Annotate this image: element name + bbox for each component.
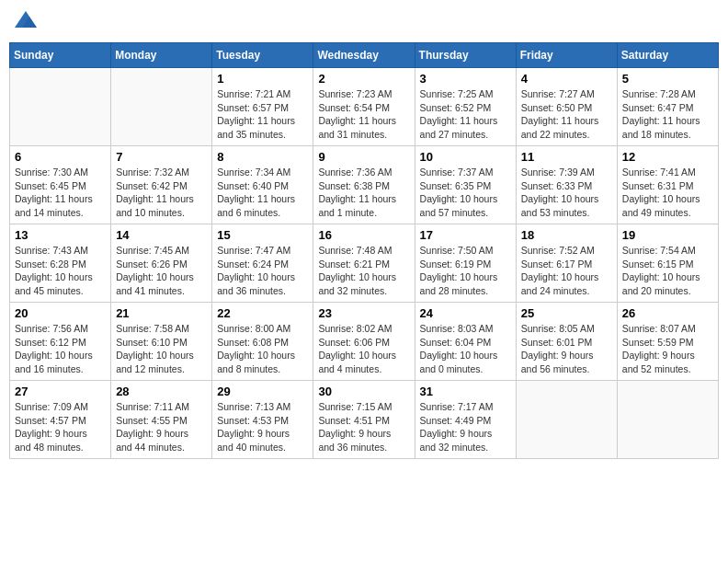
day-info: Sunrise: 7:30 AM Sunset: 6:45 PM Dayligh…	[15, 166, 106, 220]
calendar-cell: 23Sunrise: 8:02 AM Sunset: 6:06 PM Dayli…	[313, 303, 415, 381]
calendar-cell: 22Sunrise: 8:00 AM Sunset: 6:08 PM Dayli…	[212, 303, 313, 381]
day-info: Sunrise: 7:25 AM Sunset: 6:52 PM Dayligh…	[420, 87, 511, 142]
day-info: Sunrise: 7:54 AM Sunset: 6:15 PM Dayligh…	[622, 244, 713, 298]
calendar-cell: 7Sunrise: 7:32 AM Sunset: 6:42 PM Daylig…	[111, 146, 212, 224]
day-number: 19	[622, 228, 713, 242]
weekday-header: Saturday	[617, 43, 718, 68]
calendar-cell: 11Sunrise: 7:39 AM Sunset: 6:33 PM Dayli…	[516, 146, 617, 224]
calendar-cell: 13Sunrise: 7:43 AM Sunset: 6:28 PM Dayli…	[10, 224, 111, 303]
day-info: Sunrise: 7:45 AM Sunset: 6:26 PM Dayligh…	[116, 244, 207, 298]
day-info: Sunrise: 7:34 AM Sunset: 6:40 PM Dayligh…	[217, 166, 308, 220]
day-info: Sunrise: 7:32 AM Sunset: 6:42 PM Dayligh…	[116, 166, 207, 220]
day-number: 21	[116, 306, 207, 320]
calendar-cell: 26Sunrise: 8:07 AM Sunset: 5:59 PM Dayli…	[617, 303, 718, 381]
day-info: Sunrise: 7:48 AM Sunset: 6:21 PM Dayligh…	[318, 244, 409, 298]
day-info: Sunrise: 7:28 AM Sunset: 6:47 PM Dayligh…	[622, 87, 713, 142]
week-row: 13Sunrise: 7:43 AM Sunset: 6:28 PM Dayli…	[10, 224, 719, 303]
calendar-cell: 31Sunrise: 7:17 AM Sunset: 4:49 PM Dayli…	[415, 381, 516, 459]
day-number: 31	[420, 385, 511, 398]
day-number: 20	[15, 306, 106, 320]
day-info: Sunrise: 7:50 AM Sunset: 6:19 PM Dayligh…	[420, 244, 511, 298]
calendar-cell: 18Sunrise: 7:52 AM Sunset: 6:17 PM Dayli…	[516, 224, 617, 303]
day-info: Sunrise: 7:58 AM Sunset: 6:10 PM Dayligh…	[116, 322, 207, 376]
day-info: Sunrise: 7:43 AM Sunset: 6:28 PM Dayligh…	[15, 244, 106, 298]
calendar-cell: 15Sunrise: 7:47 AM Sunset: 6:24 PM Dayli…	[212, 224, 313, 303]
day-number: 9	[318, 150, 409, 164]
calendar-cell: 19Sunrise: 7:54 AM Sunset: 6:15 PM Dayli…	[617, 224, 718, 303]
day-number: 2	[318, 72, 409, 86]
calendar-cell	[10, 68, 111, 146]
day-info: Sunrise: 7:37 AM Sunset: 6:35 PM Dayligh…	[420, 166, 511, 220]
logo-icon	[13, 9, 39, 35]
weekday-header: Thursday	[415, 43, 516, 68]
day-number: 26	[622, 306, 713, 320]
calendar-cell: 25Sunrise: 8:05 AM Sunset: 6:01 PM Dayli…	[516, 303, 617, 381]
calendar-cell: 28Sunrise: 7:11 AM Sunset: 4:55 PM Dayli…	[111, 381, 212, 459]
calendar-cell: 6Sunrise: 7:30 AM Sunset: 6:45 PM Daylig…	[10, 146, 111, 224]
calendar-header-row: SundayMondayTuesdayWednesdayThursdayFrid…	[10, 43, 719, 68]
weekday-header: Wednesday	[313, 43, 415, 68]
logo	[13, 9, 40, 35]
day-number: 27	[15, 385, 106, 398]
day-info: Sunrise: 7:15 AM Sunset: 4:51 PM Dayligh…	[318, 400, 409, 454]
calendar-cell: 27Sunrise: 7:09 AM Sunset: 4:57 PM Dayli…	[10, 381, 111, 459]
day-number: 7	[116, 150, 207, 164]
day-number: 29	[217, 385, 308, 398]
weekday-header: Tuesday	[212, 43, 313, 68]
day-number: 18	[521, 228, 612, 242]
calendar-cell	[516, 381, 617, 459]
day-number: 23	[318, 306, 409, 320]
day-info: Sunrise: 7:36 AM Sunset: 6:38 PM Dayligh…	[318, 166, 409, 220]
day-info: Sunrise: 8:03 AM Sunset: 6:04 PM Dayligh…	[420, 322, 511, 376]
day-number: 12	[622, 150, 713, 164]
weekday-header: Monday	[111, 43, 212, 68]
day-number: 14	[116, 228, 207, 242]
day-info: Sunrise: 7:23 AM Sunset: 6:54 PM Dayligh…	[318, 87, 409, 142]
calendar-cell: 24Sunrise: 8:03 AM Sunset: 6:04 PM Dayli…	[415, 303, 516, 381]
day-info: Sunrise: 7:39 AM Sunset: 6:33 PM Dayligh…	[521, 166, 612, 220]
day-number: 16	[318, 228, 409, 242]
weekday-header: Sunday	[10, 43, 111, 68]
day-number: 13	[15, 228, 106, 242]
day-info: Sunrise: 7:56 AM Sunset: 6:12 PM Dayligh…	[15, 322, 106, 376]
week-row: 1Sunrise: 7:21 AM Sunset: 6:57 PM Daylig…	[10, 68, 719, 146]
week-row: 20Sunrise: 7:56 AM Sunset: 6:12 PM Dayli…	[10, 303, 719, 381]
calendar-cell: 1Sunrise: 7:21 AM Sunset: 6:57 PM Daylig…	[212, 68, 313, 146]
calendar-cell: 20Sunrise: 7:56 AM Sunset: 6:12 PM Dayli…	[10, 303, 111, 381]
day-number: 24	[420, 306, 511, 320]
week-row: 27Sunrise: 7:09 AM Sunset: 4:57 PM Dayli…	[10, 381, 719, 459]
day-number: 17	[420, 228, 511, 242]
calendar-cell: 16Sunrise: 7:48 AM Sunset: 6:21 PM Dayli…	[313, 224, 415, 303]
day-info: Sunrise: 7:21 AM Sunset: 6:57 PM Dayligh…	[217, 87, 308, 142]
day-number: 22	[217, 306, 308, 320]
day-number: 11	[521, 150, 612, 164]
day-info: Sunrise: 7:47 AM Sunset: 6:24 PM Dayligh…	[217, 244, 308, 298]
day-info: Sunrise: 7:13 AM Sunset: 4:53 PM Dayligh…	[217, 400, 308, 454]
day-info: Sunrise: 7:11 AM Sunset: 4:55 PM Dayligh…	[116, 400, 207, 454]
calendar-cell: 17Sunrise: 7:50 AM Sunset: 6:19 PM Dayli…	[415, 224, 516, 303]
day-number: 8	[217, 150, 308, 164]
day-number: 15	[217, 228, 308, 242]
calendar-cell: 5Sunrise: 7:28 AM Sunset: 6:47 PM Daylig…	[617, 68, 718, 146]
day-info: Sunrise: 7:09 AM Sunset: 4:57 PM Dayligh…	[15, 400, 106, 454]
day-info: Sunrise: 7:27 AM Sunset: 6:50 PM Dayligh…	[521, 87, 612, 142]
day-info: Sunrise: 7:41 AM Sunset: 6:31 PM Dayligh…	[622, 166, 713, 220]
calendar-cell: 2Sunrise: 7:23 AM Sunset: 6:54 PM Daylig…	[313, 68, 415, 146]
day-info: Sunrise: 8:05 AM Sunset: 6:01 PM Dayligh…	[521, 322, 612, 376]
calendar-cell: 4Sunrise: 7:27 AM Sunset: 6:50 PM Daylig…	[516, 68, 617, 146]
day-number: 5	[622, 72, 713, 86]
calendar-cell: 21Sunrise: 7:58 AM Sunset: 6:10 PM Dayli…	[111, 303, 212, 381]
day-number: 3	[420, 72, 511, 86]
calendar-cell: 14Sunrise: 7:45 AM Sunset: 6:26 PM Dayli…	[111, 224, 212, 303]
day-number: 28	[116, 385, 207, 398]
day-info: Sunrise: 7:52 AM Sunset: 6:17 PM Dayligh…	[521, 244, 612, 298]
day-info: Sunrise: 8:02 AM Sunset: 6:06 PM Dayligh…	[318, 322, 409, 376]
calendar-cell	[111, 68, 212, 146]
day-number: 30	[318, 385, 409, 398]
day-info: Sunrise: 8:07 AM Sunset: 5:59 PM Dayligh…	[622, 322, 713, 376]
weekday-header: Friday	[516, 43, 617, 68]
week-row: 6Sunrise: 7:30 AM Sunset: 6:45 PM Daylig…	[10, 146, 719, 224]
day-number: 4	[521, 72, 612, 86]
calendar-cell: 8Sunrise: 7:34 AM Sunset: 6:40 PM Daylig…	[212, 146, 313, 224]
calendar-cell: 10Sunrise: 7:37 AM Sunset: 6:35 PM Dayli…	[415, 146, 516, 224]
